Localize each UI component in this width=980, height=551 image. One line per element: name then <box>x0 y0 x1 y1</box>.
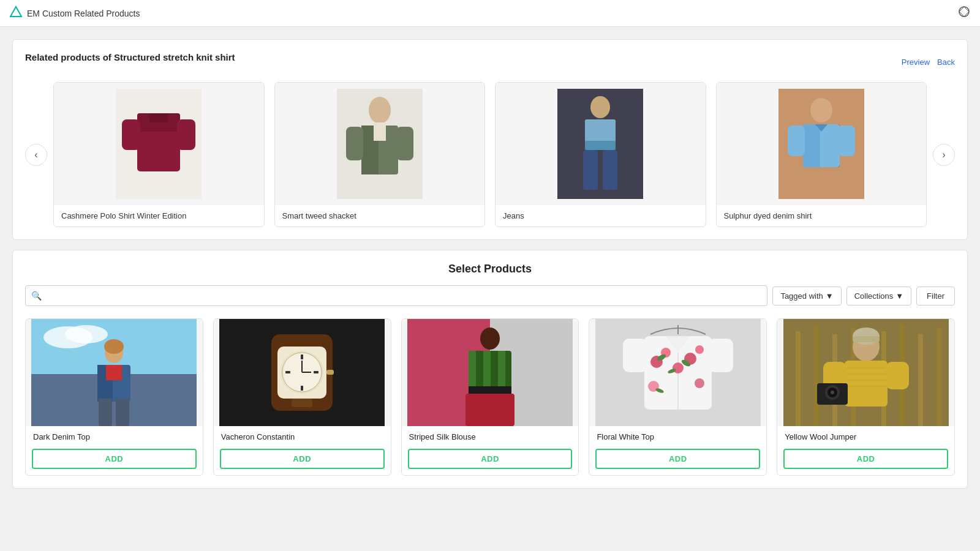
carousel-items: Cashmere Polo Shirt Winter Edition <box>53 82 927 227</box>
svg-rect-70 <box>709 339 733 372</box>
carousel-container: ‹ <box>25 82 955 227</box>
product-card-image-1 <box>26 319 203 426</box>
svg-rect-8 <box>122 119 140 150</box>
svg-point-104 <box>831 391 834 394</box>
svg-marker-0 <box>10 7 21 17</box>
product-card-add-button-2[interactable]: ADD <box>220 449 385 469</box>
svg-rect-47 <box>301 354 303 359</box>
product-card-image-4 <box>589 319 766 426</box>
collections-chevron-icon: ▼ <box>895 291 903 301</box>
product-card-yellow-wool: Yellow Wool Jumper ADD <box>777 318 955 476</box>
svg-rect-62 <box>469 386 511 394</box>
search-filter-row: 🔍 Tagged with ▼ Collections ▼ Filter <box>25 285 955 306</box>
search-input[interactable] <box>25 285 767 306</box>
tagged-with-dropdown[interactable]: Tagged with ▼ <box>772 287 841 305</box>
top-bar-right-icon <box>958 6 970 21</box>
carousel-item: Smart tweed shacket <box>274 82 486 227</box>
svg-rect-27 <box>803 124 820 167</box>
top-bar: EM Custom Related Products <box>0 0 980 27</box>
carousel-item-image-2 <box>275 83 485 205</box>
app-title: EM Custom Related Products <box>27 9 140 18</box>
svg-rect-15 <box>346 127 363 160</box>
product-card-name-5: Yellow Wool Jumper <box>777 426 954 445</box>
svg-rect-90 <box>937 328 941 426</box>
product-card-name-3: Striped Silk Blouse <box>402 426 579 445</box>
svg-rect-40 <box>116 399 129 426</box>
search-icon: 🔍 <box>31 291 42 301</box>
collections-label: Collections <box>854 291 894 301</box>
product-card-add-button-4[interactable]: ADD <box>595 449 760 469</box>
svg-rect-29 <box>788 126 805 156</box>
svg-rect-53 <box>326 370 334 375</box>
product-card-name-4: Floral White Top <box>589 426 766 445</box>
product-card-vacheron: Vacheron Constantin ADD <box>213 318 391 476</box>
svg-rect-39 <box>99 399 112 426</box>
svg-point-11 <box>369 97 391 124</box>
svg-rect-16 <box>396 127 413 160</box>
carousel-next-button[interactable]: › <box>933 144 955 166</box>
svg-rect-50 <box>314 371 318 373</box>
product-card-dark-denim-top: Dark Denim Top ADD <box>25 318 203 476</box>
back-link[interactable]: Back <box>937 58 955 67</box>
carousel-item: Cashmere Polo Shirt Winter Edition <box>53 82 265 227</box>
main-content: Related products of Structured stretch k… <box>0 27 980 501</box>
svg-point-41 <box>104 339 124 354</box>
select-products-title: Select Products <box>25 263 955 276</box>
svg-rect-89 <box>918 334 923 426</box>
product-card-add-button-1[interactable]: ADD <box>32 449 197 469</box>
svg-rect-84 <box>814 325 819 426</box>
svg-rect-93 <box>853 336 880 342</box>
svg-rect-9 <box>177 119 195 150</box>
carousel-item: Jeans <box>495 82 706 227</box>
svg-point-1 <box>959 7 969 17</box>
carousel-item-name-4: Sulphur dyed denim shirt <box>717 205 927 227</box>
svg-rect-49 <box>285 371 290 373</box>
svg-point-74 <box>695 345 704 354</box>
svg-rect-22 <box>603 150 617 190</box>
svg-rect-21 <box>583 150 598 190</box>
tagged-with-chevron-icon: ▼ <box>826 291 834 301</box>
svg-rect-14 <box>374 122 386 141</box>
svg-point-57 <box>480 328 500 350</box>
product-card-add-button-5[interactable]: ADD <box>783 449 948 469</box>
svg-point-24 <box>810 98 832 122</box>
svg-rect-20 <box>585 141 616 150</box>
svg-rect-30 <box>838 126 855 156</box>
product-card-name-2: Vacheron Constantin <box>214 426 391 445</box>
carousel-item-name-3: Jeans <box>496 205 706 227</box>
product-card-image-3 <box>402 319 579 426</box>
carousel-item-image-3 <box>496 83 706 205</box>
app-branding: EM Custom Related Products <box>10 6 140 21</box>
svg-point-34 <box>65 325 108 343</box>
svg-point-80 <box>695 378 704 388</box>
collections-dropdown[interactable]: Collections ▼ <box>846 287 911 305</box>
svg-rect-100 <box>886 362 909 389</box>
svg-rect-69 <box>623 339 647 372</box>
product-card-striped-silk: Striped Silk Blouse ADD <box>401 318 579 476</box>
product-card-floral-white-top: Floral White Top ADD <box>589 318 767 476</box>
svg-rect-38 <box>106 365 122 380</box>
related-products-card: Related products of Structured stretch k… <box>12 39 968 240</box>
carousel-item-image-4 <box>717 83 927 205</box>
svg-rect-83 <box>796 331 801 426</box>
product-grid: Dark Denim Top ADD <box>25 318 955 476</box>
carousel-prev-button[interactable]: ‹ <box>25 144 47 166</box>
header-actions: Preview Back <box>902 58 955 67</box>
select-products-card: Select Products 🔍 Tagged with ▼ Collecti… <box>12 250 968 489</box>
svg-rect-63 <box>466 394 514 426</box>
svg-point-18 <box>590 96 610 118</box>
svg-rect-54 <box>292 399 312 407</box>
product-card-add-button-3[interactable]: ADD <box>408 449 573 469</box>
carousel-item-name-2: Smart tweed shacket <box>275 205 485 227</box>
carousel-item: Sulphur dyed denim shirt <box>716 82 927 227</box>
svg-rect-48 <box>301 386 303 391</box>
preview-link[interactable]: Preview <box>902 58 930 67</box>
carousel-item-name-1: Cashmere Polo Shirt Winter Edition <box>54 205 264 227</box>
filter-button[interactable]: Filter <box>916 287 955 305</box>
carousel-item-image-1 <box>54 83 264 205</box>
product-card-image-5 <box>777 319 954 426</box>
app-icon <box>10 6 22 21</box>
tagged-with-label: Tagged with <box>780 291 823 301</box>
product-card-image-2 <box>214 319 391 426</box>
search-wrapper: 🔍 <box>25 285 767 306</box>
